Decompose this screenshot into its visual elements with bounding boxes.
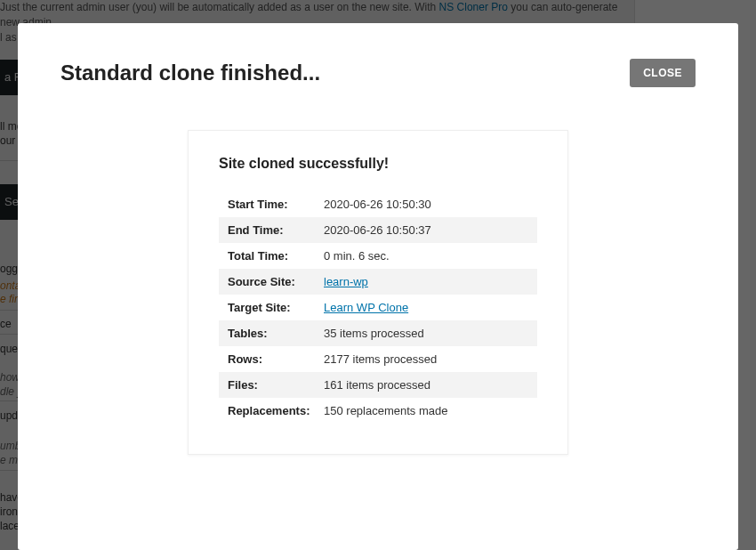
table-row: Tables: 35 items processed [219,320,537,346]
row-label: Files: [228,378,324,392]
source-site-link[interactable]: learn-wp [324,275,368,288]
close-button[interactable]: CLOSE [630,59,696,87]
row-value: learn-wp [324,275,528,288]
card-title: Site cloned successfully! [219,156,537,172]
row-value: 35 items processed [324,327,528,340]
row-label: End Time: [228,223,324,237]
row-value: 0 min. 6 sec. [324,249,528,263]
table-row: Replacements: 150 replacements made [219,398,537,424]
row-label: Tables: [228,327,324,340]
row-value: 2020-06-26 10:50:30 [324,198,528,211]
result-card: Site cloned successfully! Start Time: 20… [188,130,568,455]
table-row: End Time: 2020-06-26 10:50:37 [219,217,537,243]
row-value: 150 replacements made [324,404,528,417]
modal-title: Standard clone finished... [60,61,320,85]
table-row: Files: 161 items processed [219,372,537,398]
table-row: Start Time: 2020-06-26 10:50:30 [219,191,537,217]
clone-result-modal: Standard clone finished... CLOSE Site cl… [18,23,738,550]
row-label: Source Site: [228,275,324,288]
row-label: Start Time: [228,198,324,211]
row-value: Learn WP Clone [324,301,528,314]
row-value: 2177 items processed [324,352,528,366]
table-row: Rows: 2177 items processed [219,346,537,372]
row-label: Target Site: [228,301,324,314]
row-value: 2020-06-26 10:50:37 [324,223,528,237]
modal-header: Standard clone finished... CLOSE [60,59,696,87]
row-label: Replacements: [228,404,324,417]
table-row: Target Site: Learn WP Clone [219,295,537,320]
target-site-link[interactable]: Learn WP Clone [324,301,408,314]
table-row: Total Time: 0 min. 6 sec. [219,243,537,269]
table-row: Source Site: learn-wp [219,269,537,295]
row-value: 161 items processed [324,378,528,392]
row-label: Rows: [228,352,324,366]
row-label: Total Time: [228,249,324,263]
